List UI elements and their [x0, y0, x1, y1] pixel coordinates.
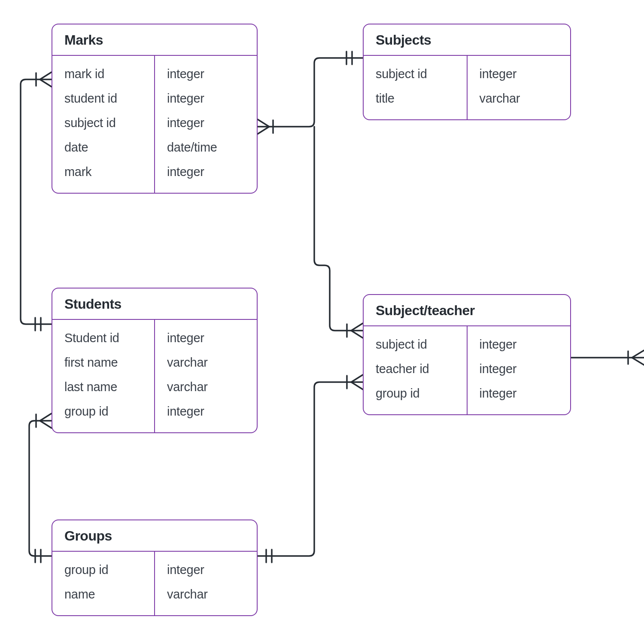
conn-groups-subjteacher — [258, 382, 363, 556]
entity-students-title: Students — [52, 289, 257, 320]
field-type: integer — [155, 160, 257, 184]
er-diagram-canvas: Marks mark id student id subject id date… — [0, 0, 644, 644]
crow-subjteacher-subjects-many — [351, 323, 363, 338]
field-name: student id — [52, 86, 154, 111]
entity-subjects-title: Subjects — [364, 24, 570, 56]
field-type: integer — [155, 62, 257, 86]
field-name: Student id — [52, 326, 154, 350]
entity-subject-teacher: Subject/teacher subject id teacher id gr… — [363, 294, 571, 415]
field-type: integer — [468, 357, 571, 381]
conn-students-groups — [29, 421, 52, 556]
field-type: integer — [155, 86, 257, 111]
field-type: integer — [155, 326, 257, 350]
field-name: date — [52, 135, 154, 160]
field-type: integer — [155, 558, 257, 582]
field-name: last name — [52, 375, 154, 399]
field-name: group id — [52, 558, 154, 582]
field-type: integer — [468, 332, 571, 357]
field-name: teacher id — [364, 357, 467, 381]
entity-marks: Marks mark id student id subject id date… — [52, 24, 258, 194]
field-type: date/time — [155, 135, 257, 160]
conn-marks-subjects — [258, 58, 363, 127]
entity-subjects: Subjects subject id title integer varcha… — [363, 24, 571, 120]
entity-marks-title: Marks — [52, 24, 257, 56]
field-type: integer — [468, 62, 571, 86]
field-name: subject id — [364, 332, 467, 357]
field-type: varchar — [155, 350, 257, 375]
field-name: first name — [52, 350, 154, 375]
crow-marks-subjects-many — [258, 119, 269, 134]
conn-subjteacher-subjects — [314, 127, 363, 331]
entity-students: Students Student id first name last name… — [52, 288, 258, 433]
crow-marks-students-many — [40, 72, 52, 87]
field-name: mark — [52, 160, 154, 184]
crow-subjteacher-teachers-many — [632, 350, 644, 365]
field-name: mark id — [52, 62, 154, 86]
field-name: subject id — [52, 111, 154, 135]
entity-subject-teacher-title: Subject/teacher — [364, 295, 570, 326]
crow-students-groups-many — [40, 413, 52, 428]
conn-marks-students — [21, 79, 52, 324]
entity-groups: Groups group id name integer varchar — [52, 519, 258, 616]
entity-groups-title: Groups — [52, 520, 257, 552]
field-type: varchar — [468, 86, 571, 111]
field-name: title — [364, 86, 467, 111]
field-type: integer — [155, 111, 257, 135]
field-type: varchar — [155, 582, 257, 607]
field-name: name — [52, 582, 154, 607]
crow-subjteacher-groups-many — [351, 375, 363, 389]
field-type: varchar — [155, 375, 257, 399]
field-name: subject id — [364, 62, 467, 86]
field-type: integer — [155, 399, 257, 424]
field-name: group id — [52, 399, 154, 424]
field-name: group id — [364, 381, 467, 406]
field-type: integer — [468, 381, 571, 406]
